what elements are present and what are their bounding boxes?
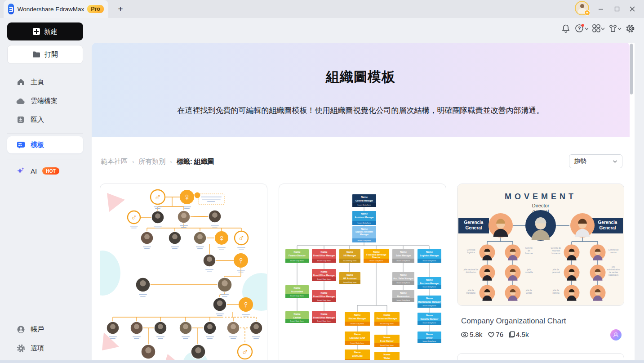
gear-icon — [16, 344, 25, 353]
svg-text:Front Office Manager: Front Office Manager — [313, 317, 335, 319]
svg-text:Insert Duty here: Insert Duty here — [423, 322, 436, 324]
svg-text:Name: Name — [321, 291, 328, 294]
svg-text:Name: Name — [354, 351, 361, 354]
svg-text:♂: ♂ — [131, 213, 137, 222]
window-bottom-edge — [0, 360, 644, 363]
svg-text:Name: Name — [321, 270, 328, 273]
svg-text:jefe: jefe — [611, 266, 615, 268]
svg-text:Name: Name — [321, 313, 328, 315]
sidebar-item-home[interactable]: 主頁 — [7, 75, 83, 89]
chevron-down-icon[interactable] — [601, 27, 605, 31]
breadcrumb-all-categories[interactable]: 所有類別 — [138, 157, 165, 166]
template-icon — [16, 140, 25, 149]
svg-text:Manager: Manager — [360, 233, 369, 236]
maximize-icon — [614, 6, 620, 12]
svg-text:Insert Duty here: Insert Duty here — [397, 260, 410, 262]
close-button[interactable] — [626, 0, 639, 18]
template-author-avatar[interactable] — [610, 329, 622, 341]
new-tab-button[interactable]: + — [115, 4, 126, 14]
chevron-down-icon[interactable] — [617, 27, 622, 31]
maximize-button[interactable] — [610, 0, 624, 18]
apps-grid-icon — [592, 24, 601, 33]
sidebar-item-options[interactable]: 選項 — [7, 341, 83, 355]
svg-text:Kitchen Manager: Kitchen Manager — [349, 318, 366, 320]
sidebar-item-label: 模板 — [31, 141, 44, 149]
app-tab[interactable]: Ǝ Wondershare EdrawMax Pro — [4, 0, 108, 18]
vertical-scrollbar[interactable] — [630, 44, 633, 94]
minimize-button[interactable] — [594, 0, 608, 18]
template-card-partial[interactable] — [457, 353, 624, 360]
page-title: 組織圖模板 — [92, 43, 630, 86]
template-card-movement-org-chart[interactable]: MOVEMENTDirectorgeneralGerenciaGeneralGe… — [457, 184, 624, 306]
svg-text:logistica: logistica — [467, 251, 475, 254]
svg-text:Insert Duty here: Insert Duty here — [290, 260, 304, 262]
help-button[interactable]: ? — [574, 23, 585, 34]
svg-text:Name: Name — [400, 291, 407, 294]
svg-text:♂: ♂ — [238, 233, 245, 242]
account-icon — [16, 325, 25, 334]
svg-text:jefe de: jefe de — [525, 289, 532, 291]
svg-text:ventas: ventas — [526, 292, 532, 294]
help-icon: ? — [575, 23, 585, 33]
movement-thumbnail: MOVEMENTDirectorgeneralGerenciaGeneralGe… — [457, 184, 624, 305]
settings-button[interactable] — [625, 23, 635, 34]
breadcrumb-separator: › — [132, 158, 134, 165]
theme-button[interactable] — [608, 23, 618, 34]
vip-badge-icon: ▾ — [584, 10, 590, 16]
svg-text:Chef Lead: Chef Lead — [352, 355, 362, 357]
sort-dropdown[interactable]: 趨勢 — [569, 154, 622, 168]
user-avatar[interactable]: ▾ — [575, 1, 589, 15]
svg-text:jefe de: jefe de — [467, 289, 474, 291]
svg-text:Name: Name — [384, 336, 391, 339]
template-card-hotel-org-chart[interactable]: NameGeneral ManagerInsert Duty hereNameA… — [279, 184, 446, 360]
plus-icon — [33, 28, 40, 35]
folder-icon — [32, 51, 40, 58]
svg-text:Cashier: Cashier — [293, 317, 301, 319]
sidebar-item-templates[interactable]: 模板 — [7, 136, 83, 153]
svg-text:Insert Duty here: Insert Duty here — [290, 295, 304, 297]
sidebar-item-import[interactable]: 匯入 — [7, 112, 83, 127]
new-document-button[interactable]: 新建 — [7, 22, 83, 40]
svg-text:nomina: nomina — [552, 292, 560, 294]
svg-text:nacionales: nacionales — [608, 274, 619, 276]
notifications-button[interactable] — [560, 23, 571, 34]
svg-text:Name: Name — [354, 333, 361, 336]
template-title[interactable]: Company Organizational Chart — [461, 317, 566, 326]
bell-icon — [561, 24, 570, 33]
svg-text:Gerente: Gerente — [525, 247, 533, 249]
svg-text:Name: Name — [294, 313, 301, 315]
content-panel: 組織圖模板 在這裡找到免費的可編輯的組織圖模板！使用組織圖視覺化公司的層次結構，… — [92, 43, 635, 360]
svg-text:Insert Duty here: Insert Duty here — [317, 260, 331, 262]
svg-text:Insert Duty here: Insert Duty here — [343, 260, 357, 262]
svg-text:finanzas: finanzas — [525, 252, 533, 255]
sidebar-item-cloud-files[interactable]: 雲端檔案 — [7, 94, 83, 108]
sidebar-item-ai[interactable]: AI HOT — [7, 164, 83, 178]
template-card-family-tree[interactable]: ♂♀♂♀♂♀♀♂ — [100, 184, 267, 360]
breadcrumb-community[interactable]: 範本社區 — [101, 157, 128, 166]
svg-text:Food Runner: Food Runner — [380, 340, 394, 342]
close-icon — [630, 6, 635, 12]
sidebar-item-label: 雲端檔案 — [31, 97, 58, 105]
svg-text:Insert Duty here: Insert Duty here — [423, 305, 436, 307]
svg-text:Insert Duty here: Insert Duty here — [290, 320, 304, 322]
svg-text:recursos: recursos — [552, 250, 560, 252]
chevron-down-icon — [613, 160, 617, 163]
sidebar-item-label: 匯入 — [31, 116, 44, 124]
cloud-icon — [16, 96, 25, 105]
svg-text:administrativo: administrativo — [607, 269, 620, 271]
svg-text:Gerencia: Gerencia — [598, 220, 617, 225]
svg-text:jefe de: jefe de — [552, 269, 559, 271]
svg-text:Name: Name — [294, 287, 301, 289]
org-chart-thumbnail: NameGeneral ManagerInsert Duty hereNameA… — [279, 184, 446, 360]
svg-text:♀: ♀ — [242, 299, 249, 310]
sort-value: 趨勢 — [574, 157, 586, 166]
apps-button[interactable] — [591, 23, 602, 34]
svg-text:Purchase Manager: Purchase Manager — [420, 282, 439, 285]
svg-text:Reservation: Reservation — [397, 296, 410, 298]
svg-text:♂: ♂ — [154, 192, 161, 202]
svg-text:♀: ♀ — [237, 255, 244, 266]
sidebar-item-account[interactable]: 帳戶 — [7, 322, 83, 336]
svg-text:Name: Name — [321, 251, 328, 253]
chevron-down-icon[interactable] — [585, 27, 589, 31]
open-file-button[interactable]: 打開 — [7, 45, 83, 64]
